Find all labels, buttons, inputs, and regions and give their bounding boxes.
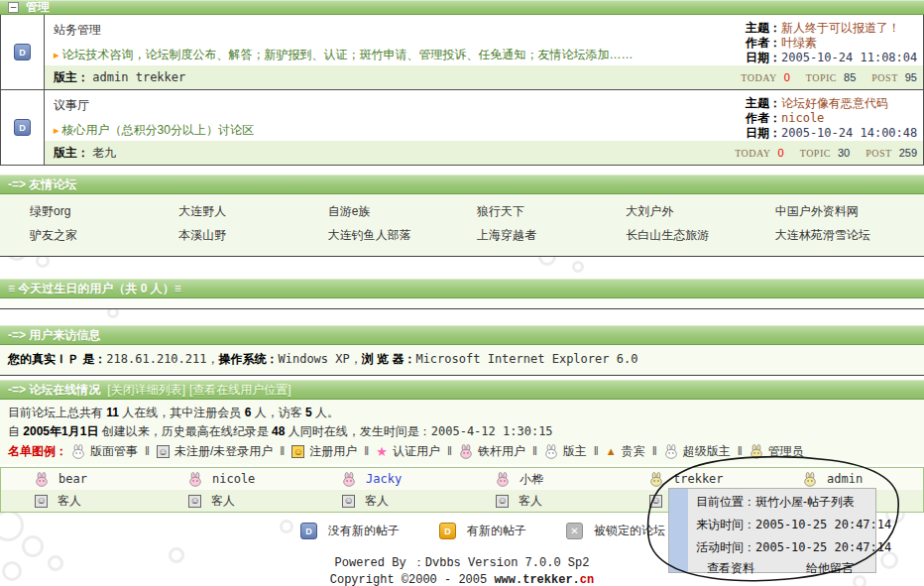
leave-message-link[interactable]: 给他留言 xyxy=(806,559,854,578)
active-label: 活动时间： xyxy=(696,540,755,554)
legend-text: 版面管事 xyxy=(90,442,138,461)
birthday-bar: ≡ 今天过生日的用户（共 0 人）≡ xyxy=(0,279,924,298)
separator: ‖ xyxy=(738,442,743,461)
forum-status-cell xyxy=(1,90,45,165)
friend-link[interactable]: 自游e族 xyxy=(328,199,477,223)
friend-link[interactable]: 本溪山野 xyxy=(178,223,327,247)
forum-row-站务管理: 站务管理 论坛技术咨询，论坛制度公布、解答；新驴报到、认证；斑竹申请、管理投诉、… xyxy=(1,15,923,90)
guest-face-icon xyxy=(496,495,509,508)
yellow-bunny-icon xyxy=(649,472,663,487)
topic-label: 主题： xyxy=(746,96,781,110)
online-user-link[interactable]: admin xyxy=(827,472,863,486)
moderator-link[interactable]: admin trekker xyxy=(92,70,185,84)
last-date-line: 日期：2005-10-24 11:08:04 xyxy=(746,51,920,65)
visit-time: 2005-10-25 20:47:14 xyxy=(755,518,891,531)
forum-main: 站务管理 论坛技术咨询，论坛制度公布、解答；新驴报到、认证；斑竹申请、管理投诉、… xyxy=(45,15,923,89)
guest-face-icon xyxy=(188,495,201,508)
guest-face-icon xyxy=(35,495,48,508)
legend-text: 铁杆用户 xyxy=(478,442,525,461)
site-link[interactable]: www.trekker. xyxy=(494,573,579,586)
topic-count: 30 xyxy=(838,147,850,159)
white-bunny-icon xyxy=(664,444,678,459)
forum-meta-strip: 版主： admin trekker TODAY0 TOPIC85 POST95 xyxy=(45,65,923,89)
birthday-section: ≡ 今天过生日的用户（共 0 人）≡ xyxy=(0,279,924,309)
collapse-icon[interactable] xyxy=(8,2,19,13)
online-user-link[interactable]: Jacky xyxy=(366,472,402,486)
text: 人在线，其中注册会员 xyxy=(119,406,245,419)
legend-text: 管理员 xyxy=(768,442,804,461)
legend-item: 未注册/未登录用户 xyxy=(157,442,273,461)
last-post-date: 2005-10-24 14:00:48 xyxy=(781,126,917,140)
post-count-label: POST xyxy=(866,148,891,159)
no-new-posts-icon xyxy=(300,523,317,539)
yellow-bunny-icon xyxy=(750,444,763,459)
text: 目前论坛上总共有 xyxy=(8,406,106,419)
forum-description-row: 核心用户（总积分30分以上）讨论区 xyxy=(54,122,745,139)
friend-link[interactable]: 大连野人 xyxy=(178,199,327,223)
online-user-cell: bear xyxy=(1,468,155,490)
friend-link[interactable]: 大连钓鱼人部落 xyxy=(328,223,477,247)
visit-label: 来访时间： xyxy=(696,518,755,531)
visitor-info-title: -=> 用户来访信息 xyxy=(8,327,100,344)
friend-link[interactable]: 上海穿越者 xyxy=(477,223,626,247)
no-new-posts-icon xyxy=(14,44,31,60)
separator: ‖ xyxy=(145,442,150,461)
forum-status-cell xyxy=(1,15,45,89)
online-user-cell: Jacky xyxy=(308,468,462,490)
today-label: TODAY xyxy=(741,72,776,83)
online-status-bar: -=> 论坛在线情况 [关闭详细列表] [查看在线用户位置] xyxy=(0,380,924,400)
forum-main: 议事厅 核心用户（总积分30分以上）讨论区 主题：论坛好像有恶意代码 作者：ni… xyxy=(45,90,923,165)
forum-name-link[interactable]: 站务管理 xyxy=(54,22,745,39)
online-user-link[interactable]: nicole xyxy=(212,472,255,486)
friend-forums-panel: 绿野org 大连野人 自游e族 狼行天下 大刘户外 中国户外资料网 驴友之家 本… xyxy=(0,194,924,257)
view-profile-link[interactable]: 查看资料 xyxy=(707,559,754,578)
online-status-panel: 目前论坛上总共有 11 人在线，其中注册会员 6 人，访客 5 人。 自 200… xyxy=(0,400,924,464)
friend-link[interactable]: 大刘户外 xyxy=(626,199,774,223)
online-user-link[interactable]: bear xyxy=(58,472,87,486)
yellow-bunny-icon xyxy=(803,472,817,487)
friend-link[interactable]: 长白山生态旅游 xyxy=(626,223,774,247)
last-post-date: 2005-10-24 11:08:04 xyxy=(781,51,917,64)
online-user-link[interactable]: 小桦 xyxy=(520,471,543,488)
arrow-icon xyxy=(54,124,59,136)
text: 创建以来，历史最高在线纪录是 xyxy=(98,424,272,438)
legend-item: 被锁定的论坛 xyxy=(566,523,665,539)
admin-forum-table: 站务管理 论坛技术咨询，论坛制度公布、解答；新驴报到、认证；斑竹申请、管理投诉、… xyxy=(0,15,924,166)
last-post-info: 主题：论坛好像有恶意代码 作者：nicole 日期：2005-10-24 14:… xyxy=(746,96,920,141)
online-user-link[interactable]: trekker xyxy=(673,472,724,486)
guest-label: 客人 xyxy=(211,493,235,510)
browser-label: 浏 览 器： xyxy=(362,352,416,366)
legend-item: 注册用户 xyxy=(291,442,357,461)
forum-name-link[interactable]: 议事厅 xyxy=(54,97,745,114)
last-topic-link[interactable]: 论坛好像有恶意代码 xyxy=(781,96,888,110)
last-author-link[interactable]: 叶绿素 xyxy=(781,36,817,50)
last-author-link[interactable]: nicole xyxy=(781,111,824,125)
last-topic-link[interactable]: 新人终于可以报道了！ xyxy=(781,21,900,35)
forum-meta-strip: 版主： 老九 TODAY0 TOPIC30 POST259 xyxy=(45,141,923,165)
view-user-location-link[interactable]: [查看在线用户位置] xyxy=(189,382,291,399)
visitor-info-section: -=> 用户来访信息 您的真实ＩＰ 是：218.61.210.211，操作系统：… xyxy=(0,325,924,376)
online-record-line: 自 2005年1月1日 创建以来，历史最高在线纪录是 48 人同时在线，发生时间… xyxy=(8,422,916,441)
friend-links-grid: 绿野org 大连野人 自游e族 狼行天下 大刘户外 中国户外资料网 驴友之家 本… xyxy=(0,194,924,256)
guest-label: 客人 xyxy=(58,493,81,510)
legend-text: 注册用户 xyxy=(309,442,357,461)
friend-link[interactable]: 绿野org xyxy=(30,199,178,223)
copyright-prefix: Copyright ©2000 - 2005 xyxy=(330,573,495,586)
friend-link[interactable]: 驴友之家 xyxy=(30,223,178,247)
separator: ‖ xyxy=(532,442,537,461)
friend-link[interactable]: 大连林苑滑雪论坛 xyxy=(775,223,924,247)
online-total: 11 xyxy=(106,406,119,419)
forum-description: 论坛技术咨询，论坛制度公布、解答；新驴报到、认证；斑竹申请、管理投诉、任免通知；… xyxy=(62,48,634,61)
topic-count-label: TOPIC xyxy=(800,148,831,159)
site-link-tld[interactable]: cn xyxy=(580,573,594,586)
friend-link[interactable]: 中国户外资料网 xyxy=(775,199,924,223)
white-bunny-icon xyxy=(71,444,85,459)
close-detail-list-link[interactable]: [关闭详细列表] xyxy=(107,382,185,399)
online-user-cell: 小桦 xyxy=(462,468,616,490)
legend-text: 被锁定的论坛 xyxy=(594,523,665,539)
pink-bunny-icon xyxy=(35,472,49,487)
friend-link[interactable]: 狼行天下 xyxy=(477,199,626,223)
forum-info-area: 站务管理 论坛技术咨询，论坛制度公布、解答；新驴报到、认证；斑竹申请、管理投诉、… xyxy=(45,15,923,65)
legend-item: 超级版主 xyxy=(664,442,731,461)
moderator-link[interactable]: 老九 xyxy=(92,146,116,160)
